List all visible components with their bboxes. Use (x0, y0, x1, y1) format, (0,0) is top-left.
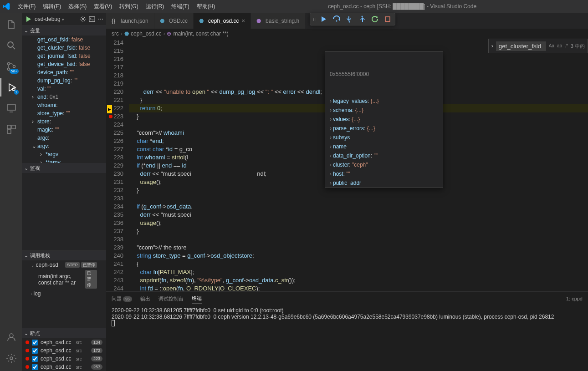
tab-terminal[interactable]: 终端 (192, 293, 202, 304)
whole-word-icon[interactable]: ab (557, 42, 562, 50)
breakpoint-checkbox[interactable] (32, 348, 38, 354)
callstack-section[interactable]: ⌄调用堆栈 (22, 250, 106, 260)
variable-child[interactable]: › **argv (22, 158, 106, 163)
debug-config-name[interactable]: osd-debug ▾ (35, 16, 77, 22)
variable-child[interactable]: › *argv (22, 150, 106, 158)
stack-frame[interactable]: main(int argc, const char ** ar已暂停 (22, 269, 106, 290)
hover-property[interactable]: ›cluster: "ceph" (325, 160, 443, 169)
breakpoint-checkbox[interactable] (32, 356, 38, 362)
tab-output[interactable]: 输出 (140, 294, 150, 304)
run-debug-icon[interactable]: 1 (0, 78, 22, 97)
variable-row[interactable]: whoami: (22, 101, 106, 109)
step-over-button[interactable] (331, 14, 342, 25)
code-line[interactable]: int fd = ::open(fn, O_RDONLY|O_CLOEXEC); (129, 285, 588, 291)
breakpoint-checkbox[interactable] (32, 364, 38, 370)
code-line[interactable]: char fn[PATH_MAX]; (129, 268, 588, 276)
editor-tab[interactable]: {}launch.json (106, 13, 154, 29)
breakpoint-checkbox[interactable] (32, 340, 38, 346)
settings-gear-icon[interactable] (0, 349, 22, 367)
start-debug-icon[interactable] (25, 15, 32, 23)
editor-tab[interactable]: ⬣OSD.cc (154, 13, 194, 29)
code-line[interactable]: string store_type = g_conf->osd_objectst… (129, 252, 588, 260)
variable-row[interactable]: get_device_fsid: false (22, 60, 106, 68)
terminal-output[interactable]: 2020-09-22 10:32:38.681205 7ffff7fdbfc0 … (106, 305, 588, 371)
hover-property[interactable]: ›host: "" (325, 169, 443, 178)
variable-row[interactable]: magic: "" (22, 126, 106, 134)
editor-tab[interactable]: ⬣ceph_osd.cc× (194, 13, 251, 29)
continue-button[interactable] (318, 14, 329, 25)
code-line[interactable]: { (129, 260, 588, 268)
variable-row[interactable]: val: "" (22, 85, 106, 93)
step-out-button[interactable] (357, 14, 368, 25)
find-widget[interactable]: › Aa ab .* 3 中的 (488, 39, 588, 53)
variable-row[interactable]: › end: 0x1 (22, 93, 106, 101)
menu-item[interactable]: 查看(V) (91, 2, 115, 11)
variable-row[interactable]: get_journal_fsid: false (22, 52, 106, 60)
breakpoint-row[interactable]: ceph_osd.ccsrc172 (22, 346, 106, 355)
code-line[interactable]: derr << "must speci (129, 211, 588, 219)
menu-item[interactable]: 选择(S) (65, 2, 90, 11)
breakpoint-row[interactable]: ceph_osd.ccsrc223 (22, 355, 106, 363)
restart-button[interactable] (369, 14, 380, 25)
drag-grip-icon[interactable]: ⁞⁞ (312, 17, 317, 22)
variable-row[interactable]: › store: (22, 117, 106, 126)
code-line[interactable]: } (129, 227, 588, 235)
variable-row[interactable]: get_cluster_fsid: false (22, 44, 106, 52)
hover-property[interactable]: ›parse_errors: {...} (325, 124, 443, 133)
debug-console-icon[interactable] (89, 16, 95, 22)
hover-property[interactable]: ›public_bind_addr (325, 188, 443, 188)
code-line[interactable]: if (g_conf->osd_data. (129, 203, 588, 211)
breakpoint-row[interactable]: ceph_osd.ccsrc257 (22, 363, 106, 371)
breakpoints-section[interactable]: ⌄断点 (22, 328, 106, 338)
code-content[interactable]: › Aa ab .* 3 中的 0x55555f6f0000 ›legacy_v… (129, 39, 588, 291)
variable-row[interactable]: dump_pg_log: "" (22, 76, 106, 85)
hover-property[interactable]: ›data_dir_option: "" (325, 151, 443, 160)
code-line[interactable] (129, 194, 588, 203)
accounts-icon[interactable] (0, 328, 22, 346)
hover-property[interactable]: ›legacy_values: {...} (325, 97, 443, 106)
tab-debug-console[interactable]: 调试控制台 (159, 294, 184, 304)
explorer-icon[interactable] (0, 15, 22, 34)
match-case-icon[interactable]: Aa (549, 42, 554, 50)
menu-item[interactable]: 转到(G) (116, 2, 141, 11)
find-input[interactable] (496, 41, 546, 51)
thread-log[interactable]: › log (22, 290, 106, 298)
remote-icon[interactable] (0, 99, 22, 117)
step-into-button[interactable] (344, 14, 355, 25)
hover-property[interactable]: ›values: {...} (325, 115, 443, 124)
debug-toolbar[interactable]: ⁞⁞ (310, 13, 395, 25)
menu-item[interactable]: 帮助(H) (194, 2, 219, 11)
watch-section[interactable]: ⌄监视 (22, 163, 106, 173)
menu-item[interactable]: 文件(F) (15, 2, 39, 11)
menu-item[interactable]: 编辑(E) (40, 2, 64, 11)
more-icon[interactable]: ⋯ (98, 16, 103, 22)
find-expand-icon[interactable]: › (491, 42, 493, 50)
hover-property[interactable]: ›name (325, 142, 443, 151)
search-icon[interactable] (0, 36, 22, 55)
source-control-icon[interactable]: 5K+ (0, 57, 22, 76)
code-line[interactable]: snprintf(fn, sizeof(fn), "%s/type", g_co… (129, 276, 588, 285)
thread-row[interactable]: ⌄ ceph-osd STEP 已暂停 (22, 260, 106, 269)
menu-item[interactable]: 终端(T) (168, 2, 192, 11)
extensions-icon[interactable] (0, 120, 22, 138)
terminal-selector[interactable]: 1: cppd (566, 296, 583, 301)
debug-hover-popup[interactable]: 0x55555f6f0000 ›legacy_values: {...}›sch… (325, 51, 443, 188)
breadcrumb[interactable]: src› ⬣ceph_osd.cc› ⊕main(int, const char… (106, 29, 588, 39)
code-line[interactable]: "ccom">// the store (129, 244, 588, 252)
hover-property[interactable]: ›subsys (325, 133, 443, 142)
variable-row[interactable]: ⌄ argv: (22, 142, 106, 150)
breakpoint-row[interactable]: ceph_osd.ccsrc134 (22, 338, 106, 346)
code-line[interactable]: usage(); (129, 219, 588, 227)
menu-item[interactable]: 运行(R) (143, 2, 168, 11)
variable-row[interactable]: argc: (22, 134, 106, 142)
variable-row[interactable]: device_path: "" (22, 68, 106, 76)
config-gear-icon[interactable] (80, 16, 86, 22)
hover-property[interactable]: ›public_addr (325, 178, 443, 188)
code-line[interactable] (129, 235, 588, 244)
stop-button[interactable] (382, 14, 393, 25)
tab-problems[interactable]: 问题95 (112, 294, 132, 304)
regex-icon[interactable]: .* (565, 42, 568, 50)
variable-row[interactable]: get_osd_fsid: false (22, 36, 106, 44)
variables-section[interactable]: ⌄变量 (22, 25, 106, 36)
hover-property[interactable]: ›schema: {...} (325, 106, 443, 115)
